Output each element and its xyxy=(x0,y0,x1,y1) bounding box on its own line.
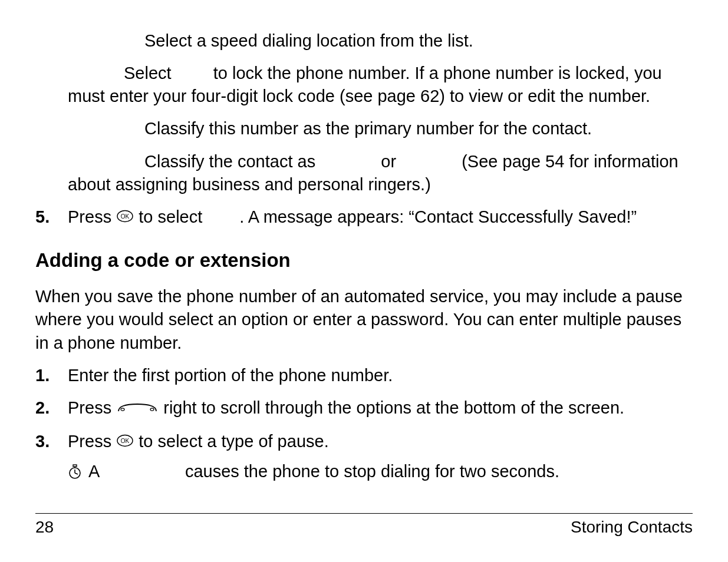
step2-a: Press xyxy=(68,398,111,417)
step-2: 2. Press right to scroll through the opt… xyxy=(35,396,693,421)
timed-pause-row: A causes the phone to stop dialing for t… xyxy=(35,460,693,483)
ok-button-icon: OK xyxy=(116,430,134,453)
svg-rect-7 xyxy=(73,465,77,467)
pause-b: causes the phone to stop dialing for two… xyxy=(185,462,559,481)
footer-section-title: Storing Contacts xyxy=(571,516,693,538)
svg-line-10 xyxy=(75,473,78,474)
step2-b: right to scroll through the options at t… xyxy=(163,398,624,417)
svg-point-3 xyxy=(150,408,154,410)
ok-button-icon: OK xyxy=(116,206,134,229)
page-footer: 28 Storing Contacts xyxy=(35,513,693,538)
step-1-number: 1. xyxy=(35,364,68,387)
step5-c: . A message appears: “Contact Successful… xyxy=(239,207,637,226)
secret-lead: Select xyxy=(124,64,172,82)
step-5: 5. Press OK to select . A message appear… xyxy=(35,206,693,230)
step5-b: to select xyxy=(139,207,202,226)
page-number: 28 xyxy=(35,516,54,538)
step-1-text: Enter the first portion of the phone num… xyxy=(68,364,693,387)
svg-point-2 xyxy=(121,408,124,410)
step-3-number: 3. xyxy=(35,430,68,453)
step-5-number: 5. xyxy=(35,206,68,229)
classify-a: Classify the contact as xyxy=(144,152,315,171)
document-page: Select a speed dialing location from the… xyxy=(0,0,728,562)
step-2-number: 2. xyxy=(35,396,68,419)
stopwatch-icon xyxy=(68,462,82,485)
section-heading: Adding a code or extension xyxy=(35,247,693,274)
primary-number-text: Classify this number as the primary numb… xyxy=(144,119,592,138)
step-1: 1. Enter the first portion of the phone … xyxy=(35,364,693,387)
svg-text:OK: OK xyxy=(121,438,130,444)
soft-key-icon xyxy=(116,396,159,419)
intro-paragraph: When you save the phone number of an aut… xyxy=(35,285,693,354)
speed-dial-note: Select a speed dialing location from the… xyxy=(35,29,693,196)
step3-a: Press xyxy=(68,432,111,451)
step3-b: to select a type of pause. xyxy=(139,432,328,451)
classify-b: or xyxy=(381,152,396,171)
pause-a: A xyxy=(88,462,99,481)
step5-a: Press xyxy=(68,207,111,226)
svg-text:OK: OK xyxy=(121,213,130,220)
speed-dial-text: Select a speed dialing location from the… xyxy=(144,31,473,50)
step-3: 3. Press OK to select a type of pause. xyxy=(35,430,693,454)
